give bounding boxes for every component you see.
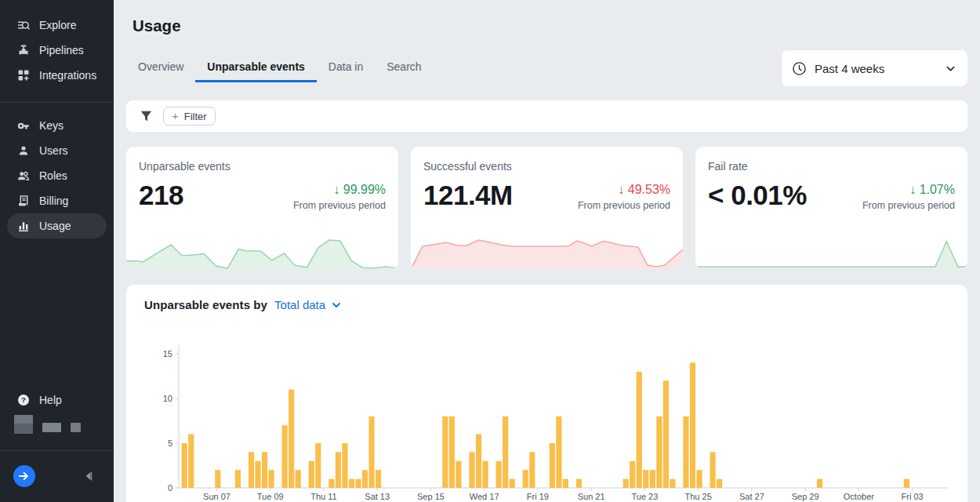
tab-data-in[interactable]: Data in [317, 53, 375, 82]
metric-caption: From previous period [293, 200, 386, 211]
arrow-down-icon: ↓ [909, 183, 916, 196]
bar [255, 461, 260, 488]
sidebar-item-label: Billing [39, 195, 68, 207]
bar [690, 362, 695, 488]
sparkline-successful-events [411, 228, 683, 269]
bar [563, 479, 568, 488]
x-axis-tick-label: Sep 29 [792, 492, 819, 501]
redacted-block [14, 415, 33, 434]
metric-value: < 0.01% [708, 181, 807, 209]
x-axis-tick-label: Sat 13 [365, 492, 390, 501]
sidebar-item-label: Usage [39, 220, 71, 232]
bar [328, 479, 334, 488]
bar [188, 435, 194, 488]
bar [643, 470, 648, 488]
main-content: Usage Overview Unparsable events Data in… [114, 0, 980, 502]
sparkline-area [126, 240, 398, 269]
bar [469, 452, 474, 488]
bar-chart-icon [17, 220, 30, 232]
bar [262, 452, 267, 488]
plus-icon: + [172, 110, 179, 122]
x-axis-tick-label: Sun 21 [578, 492, 605, 501]
sidebar-item-usage[interactable]: Usage [7, 213, 107, 238]
workspace-info [14, 415, 114, 434]
x-axis-tick-label: Sat 27 [739, 492, 764, 501]
metric-card-successful-events: Successful events 121.4M ↓ 49.53% From p… [411, 147, 683, 269]
metric-delta: ↓ 49.53% [578, 183, 670, 197]
metric-cards: Unparsable events 218 ↓ 99.99% From prev… [126, 147, 967, 269]
people-icon [17, 169, 30, 182]
sidebar-item-label: Roles [39, 169, 67, 182]
x-axis-tick-label: Tue 09 [257, 492, 284, 501]
arrow-down-icon: ↓ [618, 183, 624, 196]
x-axis-tick-label: Fri 19 [527, 492, 549, 501]
key-icon [17, 119, 30, 132]
bar [710, 452, 715, 488]
bar [683, 417, 688, 488]
bar [817, 479, 822, 488]
sidebar-item-keys[interactable]: Keys [7, 113, 107, 138]
bar [315, 443, 321, 488]
filter-bar: + Filter [126, 100, 967, 132]
dimension-select[interactable]: Total data [274, 298, 342, 311]
time-range-value: Past 4 weeks [815, 62, 884, 75]
sidebar-item-label: Help [39, 394, 62, 406]
sidebar-item-label: Keys [39, 119, 64, 132]
x-axis-tick-label: October [844, 492, 874, 501]
sidebar-item-help[interactable]: ? Help [7, 387, 107, 413]
bar [182, 443, 187, 488]
sidebar-divider [0, 102, 114, 103]
bar [289, 390, 294, 488]
sidebar-item-explore[interactable]: Explore [7, 13, 107, 38]
sidebar: Explore Pipelines [0, 0, 114, 502]
billing-icon [17, 195, 30, 207]
sidebar-item-label: Integrations [39, 69, 96, 82]
redacted-block [42, 423, 61, 432]
bar [282, 425, 288, 488]
bar [456, 461, 461, 488]
sparkline-line [695, 242, 967, 267]
bar [215, 470, 220, 488]
explore-icon [17, 19, 30, 31]
logo-button[interactable] [13, 465, 35, 487]
tab-unparsable-events[interactable]: Unparsable events [195, 53, 317, 82]
chevron-down-icon [945, 63, 956, 75]
bar [249, 452, 254, 488]
bar [529, 452, 535, 488]
bar [670, 479, 675, 488]
bar [309, 461, 314, 488]
time-range-select[interactable]: Past 4 weeks [782, 50, 967, 86]
pipelines-icon [17, 44, 30, 56]
sidebar-item-users[interactable]: Users [7, 138, 107, 163]
add-filter-label: Filter [184, 111, 207, 122]
bar [482, 461, 488, 488]
bar [503, 417, 508, 488]
bar [496, 461, 502, 488]
bar [355, 479, 361, 488]
bar [650, 470, 655, 488]
sidebar-item-integrations[interactable]: Integrations [7, 63, 107, 88]
arrow-right-icon [18, 470, 31, 482]
sidebar-item-billing[interactable]: Billing [7, 188, 107, 213]
chevron-down-icon [331, 300, 342, 311]
metric-card-unparsable-events: Unparsable events 218 ↓ 99.99% From prev… [126, 147, 398, 269]
metric-caption: From previous period [862, 200, 955, 211]
sidebar-item-roles[interactable]: Roles [7, 163, 107, 188]
metric-value: 121.4M [423, 181, 513, 209]
bar-chart: 051015Sun 07Tue 09Thu 11Sat 13Sep 15Wed … [126, 285, 967, 502]
y-axis-tick-label: 10 [163, 394, 172, 403]
bar [630, 461, 635, 488]
bar [663, 380, 669, 488]
bar [550, 443, 555, 488]
tab-search[interactable]: Search [375, 53, 433, 82]
bar [556, 417, 561, 488]
collapse-sidebar-icon[interactable] [84, 470, 93, 482]
bar [268, 470, 274, 488]
x-axis-tick-label: Sun 07 [203, 492, 230, 501]
tabs: Overview Unparsable events Data in Searc… [126, 53, 434, 82]
bar [235, 470, 241, 488]
sidebar-item-pipelines[interactable]: Pipelines [7, 38, 107, 63]
add-filter-button[interactable]: + Filter [163, 107, 216, 126]
y-axis-tick-label: 0 [168, 483, 172, 493]
tab-overview[interactable]: Overview [126, 53, 195, 82]
